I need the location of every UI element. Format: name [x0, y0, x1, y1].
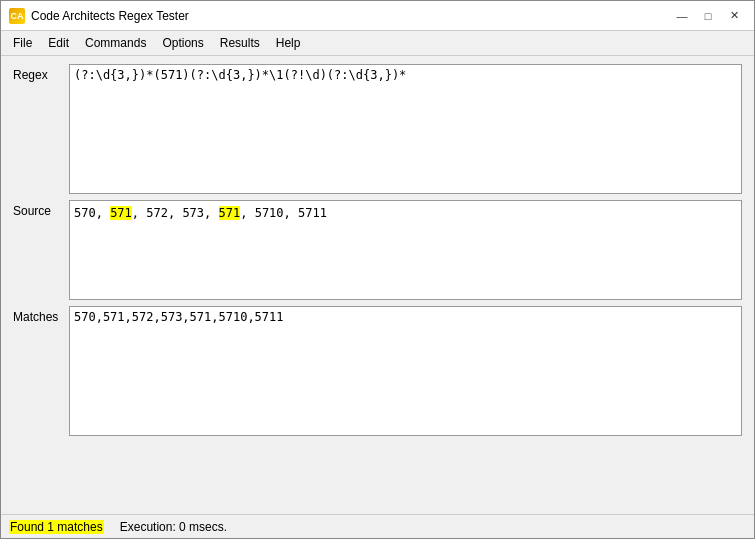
window-title: Code Architects Regex Tester — [31, 9, 189, 23]
regex-row: Regex — [13, 64, 742, 194]
status-found-text: Found 1 matches — [9, 520, 104, 534]
status-found: Found 1 matches — [9, 520, 104, 534]
regex-label: Regex — [13, 64, 63, 82]
status-execution: Execution: 0 msecs. — [120, 520, 227, 534]
status-bar: Found 1 matches Execution: 0 msecs. — [1, 514, 754, 538]
main-window: CA Code Architects Regex Tester — □ ✕ Fi… — [0, 0, 755, 539]
source-display[interactable]: 570, 571, 572, 573, 571, 5710, 5711 — [69, 200, 742, 300]
source-highlight-2: 571 — [219, 206, 241, 220]
title-bar: CA Code Architects Regex Tester — □ ✕ — [1, 1, 754, 31]
menu-commands[interactable]: Commands — [77, 33, 154, 53]
maximize-button[interactable]: □ — [696, 6, 720, 26]
regex-input[interactable] — [69, 64, 742, 194]
source-row: Source 570, 571, 572, 573, 571, 5710, 57… — [13, 200, 742, 300]
source-label: Source — [13, 200, 63, 218]
title-bar-left: CA Code Architects Regex Tester — [9, 8, 189, 24]
menu-edit[interactable]: Edit — [40, 33, 77, 53]
title-bar-controls: — □ ✕ — [670, 6, 746, 26]
menu-file[interactable]: File — [5, 33, 40, 53]
minimize-button[interactable]: — — [670, 6, 694, 26]
matches-output[interactable] — [69, 306, 742, 436]
source-highlight-1: 571 — [110, 206, 132, 220]
source-text: 570, 571, 572, 573, 571, 5710, 5711 — [74, 206, 327, 220]
menu-options[interactable]: Options — [154, 33, 211, 53]
main-content: Regex Source 570, 571, 572, 573, 571, 57… — [1, 56, 754, 514]
app-icon: CA — [9, 8, 25, 24]
matches-row: Matches — [13, 306, 742, 436]
matches-label: Matches — [13, 306, 63, 324]
menu-bar: File Edit Commands Options Results Help — [1, 31, 754, 56]
menu-help[interactable]: Help — [268, 33, 309, 53]
close-button[interactable]: ✕ — [722, 6, 746, 26]
menu-results[interactable]: Results — [212, 33, 268, 53]
